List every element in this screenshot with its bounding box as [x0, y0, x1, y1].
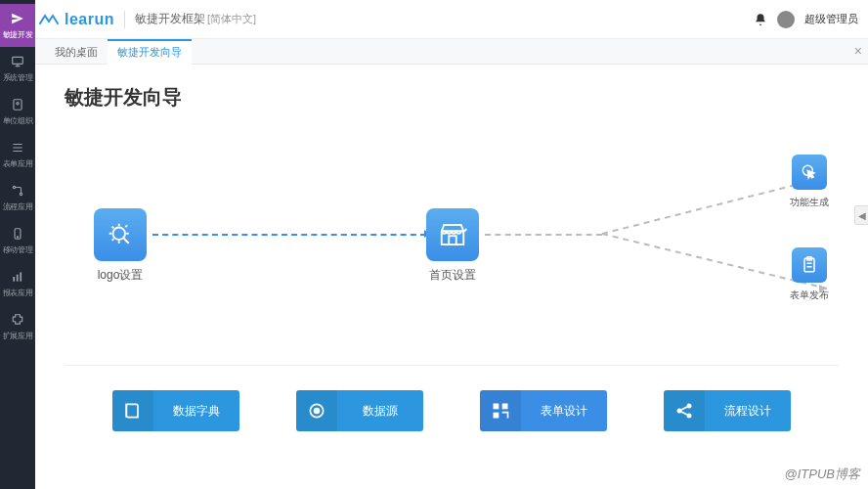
svg-rect-7 — [13, 277, 15, 282]
page-title: 敏捷开发向导 — [65, 84, 839, 111]
book-icon — [112, 390, 153, 431]
flow-node-logo[interactable]: logo设置 — [94, 208, 147, 284]
logo[interactable]: learun — [39, 11, 114, 28]
flow-diagram: logo设置 首页设置 功能生成 表单发布 — [65, 150, 839, 355]
svg-point-12 — [113, 228, 126, 241]
svg-point-4 — [20, 193, 22, 195]
sidebar-item-label: 流程应用 — [3, 200, 33, 211]
main-content: 敏捷开发向导 logo设置 首页设置 — [35, 65, 868, 489]
svg-rect-21 — [494, 413, 499, 419]
svg-point-3 — [13, 186, 15, 188]
sidebar-item-system[interactable]: 系统管理 — [0, 47, 35, 90]
list-icon — [10, 140, 25, 156]
badge-icon — [10, 97, 25, 112]
svg-point-18 — [315, 409, 320, 414]
sidebar-item-flow[interactable]: 流程应用 — [0, 176, 35, 219]
sidebar-item-label: 系统管理 — [3, 71, 33, 82]
svg-rect-9 — [20, 272, 22, 281]
monitor-icon — [10, 54, 25, 69]
action-label: 流程设计 — [705, 403, 791, 420]
flow-node-label: 表单发布 — [790, 289, 829, 302]
tab-bar: 我的桌面 敏捷开发向导 × — [35, 39, 868, 65]
sidebar-item-label: 单位组织 — [3, 114, 33, 125]
chart-icon — [10, 269, 25, 285]
flow-node-home[interactable]: 首页设置 — [426, 208, 479, 284]
sidebar-item-report[interactable]: 报表应用 — [0, 262, 35, 305]
flow-node-label: logo设置 — [98, 267, 144, 284]
puzzle-icon — [10, 312, 25, 328]
flow-node-publish[interactable]: 表单发布 — [790, 247, 829, 302]
blocks-icon — [480, 390, 521, 431]
svg-point-2 — [17, 102, 19, 104]
flow-node-label: 首页设置 — [429, 267, 476, 284]
flow-icon — [10, 183, 25, 199]
sidebar-item-org[interactable]: 单位组织 — [0, 90, 35, 133]
action-label: 数据字典 — [153, 403, 239, 420]
action-label: 数据源 — [337, 403, 423, 420]
header-title: 敏捷开发框架 — [135, 11, 205, 27]
action-data-source[interactable]: 数据源 — [296, 390, 423, 431]
logo-text: learun — [65, 11, 114, 28]
sidebar-item-mobile[interactable]: 移动管理 — [0, 219, 35, 262]
divider — [65, 365, 839, 366]
flow-connector — [152, 234, 426, 236]
sidebar: 敏捷开发 系统管理 单位组织 表单应用 流程应用 移动管理 报表应用 扩展应用 — [0, 0, 35, 489]
svg-rect-0 — [13, 57, 23, 64]
clipboard-icon — [792, 247, 827, 283]
sidebar-item-agile-dev[interactable]: 敏捷开发 — [0, 4, 35, 47]
collapse-handle[interactable]: ◀ — [854, 205, 868, 225]
share-icon — [664, 390, 705, 431]
svg-point-6 — [17, 236, 18, 237]
sidebar-item-form[interactable]: 表单应用 — [0, 133, 35, 176]
tab-desktop[interactable]: 我的桌面 — [45, 39, 108, 65]
user-name[interactable]: 超级管理员 — [804, 12, 858, 26]
cursor-click-icon — [792, 155, 827, 190]
tab-agile-wizard[interactable]: 敏捷开发向导 — [108, 39, 192, 65]
action-form-design[interactable]: 表单设计 — [480, 390, 607, 431]
action-label: 表单设计 — [521, 403, 607, 420]
svg-rect-19 — [494, 404, 499, 410]
sidebar-item-label: 报表应用 — [3, 287, 33, 297]
close-icon[interactable]: × — [854, 43, 862, 59]
action-row: 数据字典 数据源 表单设计 流程设计 — [65, 390, 839, 431]
logo-icon — [39, 13, 59, 26]
mobile-icon — [10, 226, 25, 242]
target-icon — [296, 390, 337, 431]
flow-connector — [485, 234, 602, 236]
svg-rect-8 — [17, 274, 19, 281]
action-flow-design[interactable]: 流程设计 — [664, 390, 791, 431]
sidebar-item-label: 移动管理 — [3, 244, 33, 254]
plane-icon — [10, 11, 25, 26]
bell-icon[interactable] — [754, 13, 767, 26]
header-language[interactable]: [简体中文] — [207, 12, 256, 26]
flow-node-generate[interactable]: 功能生成 — [790, 155, 829, 209]
store-icon — [426, 208, 479, 261]
watermark: @ITPUB博客 — [785, 466, 860, 483]
svg-rect-20 — [502, 404, 508, 410]
sidebar-item-label: 敏捷开发 — [3, 28, 33, 39]
sidebar-item-ext[interactable]: 扩展应用 — [0, 305, 35, 348]
action-data-dict[interactable]: 数据字典 — [112, 390, 239, 431]
gear-search-icon — [94, 208, 147, 261]
flow-node-label: 功能生成 — [790, 196, 829, 209]
avatar[interactable] — [777, 11, 795, 28]
sidebar-item-label: 表单应用 — [3, 157, 33, 168]
svg-rect-13 — [449, 236, 456, 244]
sidebar-item-label: 扩展应用 — [3, 330, 33, 340]
divider — [124, 11, 125, 28]
header: learun 敏捷开发框架 [简体中文] 超级管理员 — [0, 0, 868, 39]
